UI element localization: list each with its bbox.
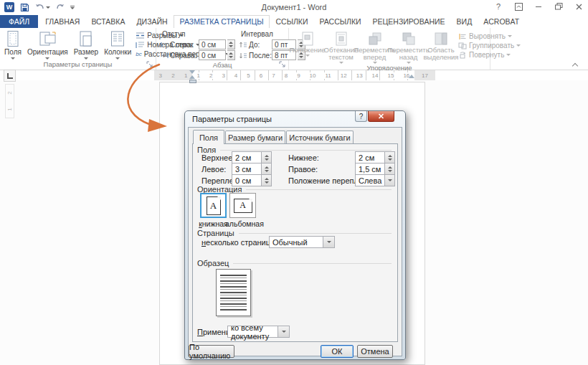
ribbon: Поля Ориентация Размер Колонки xyxy=(0,28,588,70)
right-indent-marker[interactable] xyxy=(409,75,414,78)
dialog-client-area: Поля Размер бумаги Источник бумаги Поля … xyxy=(188,127,402,356)
cancel-button[interactable]: Отмена xyxy=(357,345,393,358)
align-icon xyxy=(458,33,467,40)
dropdown-arrow-icon[interactable] xyxy=(278,326,290,338)
indent-left-input[interactable]: 0 см xyxy=(199,39,226,49)
bottom-margin-field: 2 см xyxy=(355,151,395,163)
minimize-button[interactable] xyxy=(534,2,544,11)
page-setup-dialog: Параметры страницы ? Поля Размер бумаги … xyxy=(184,110,406,360)
orientation-button[interactable]: Ориентация xyxy=(24,29,71,60)
horizontal-ruler[interactable]: 321 12345678910111213141516 17 xyxy=(154,70,435,80)
position-icon xyxy=(300,31,316,47)
columns-button[interactable]: Колонки xyxy=(101,29,134,60)
ruler-number: 14 xyxy=(371,72,379,79)
dialog-tab-margins[interactable]: Поля xyxy=(193,130,224,144)
margins-button[interactable]: Поля xyxy=(1,29,24,60)
left-indent-marker[interactable] xyxy=(189,80,196,83)
ruler-number: 3 xyxy=(221,72,225,79)
hyphenation-icon: bc xyxy=(136,51,141,57)
apply-to-dropdown[interactable]: ко всему документу xyxy=(227,326,290,338)
indent-left-spinner[interactable] xyxy=(227,39,235,49)
dialog-tab-paper-source[interactable]: Источник бумаги xyxy=(286,131,354,143)
orientation-portrait-button[interactable]: A xyxy=(200,193,227,218)
ruler-number: 15 xyxy=(387,72,395,79)
right-margin-spinner[interactable] xyxy=(385,163,395,175)
right-margin-field: 1,5 см xyxy=(355,163,395,175)
send-backward-icon xyxy=(401,31,417,47)
top-margin-spinner[interactable] xyxy=(262,151,272,163)
bottom-margin-spinner[interactable] xyxy=(385,151,395,163)
ribbon-display-options-button[interactable] xyxy=(513,2,523,11)
top-margin-input[interactable]: 2 см xyxy=(232,151,262,163)
preview-caption: Образец xyxy=(197,259,392,267)
send-backward-button[interactable]: Переместить назад xyxy=(392,29,425,64)
left-margin-spinner[interactable] xyxy=(262,163,272,175)
selection-pane-button[interactable]: Область выделения xyxy=(425,29,457,61)
group-paragraph: Отступ Слева: 0 см Справа: 0 см Интервал xyxy=(156,28,289,70)
close-icon xyxy=(378,113,384,119)
orientation-landscape-button[interactable]: A xyxy=(229,193,256,218)
tab-mailings[interactable]: РАССЫЛКИ xyxy=(314,16,367,28)
collapse-ribbon-icon[interactable] xyxy=(573,63,578,66)
indent-left-icon xyxy=(161,42,169,48)
right-margin-input[interactable]: 1,5 см xyxy=(355,163,385,175)
left-margin-input[interactable]: 3 см xyxy=(232,163,262,175)
ruler-number: 12 xyxy=(340,72,348,79)
tab-view[interactable]: ВИД xyxy=(451,16,478,28)
bottom-margin-input[interactable]: 2 см xyxy=(355,151,385,163)
apply-to-value: ко всему документу xyxy=(227,326,278,338)
tab-file[interactable]: ФАЙЛ xyxy=(0,15,38,28)
page-setup-dialog-launcher[interactable] xyxy=(146,61,154,69)
indent-right-input[interactable]: 0 см xyxy=(199,50,226,60)
tab-insert[interactable]: ВСТАВКА xyxy=(85,16,131,28)
ruler-number: 7 xyxy=(271,72,275,79)
tab-design[interactable]: ДИЗАЙН xyxy=(131,16,173,28)
multiple-pages-value: Обычный xyxy=(269,236,323,248)
ok-button[interactable]: ОК xyxy=(321,345,354,358)
set-as-default-button[interactable]: По умолчанию xyxy=(189,345,234,358)
left-margin-field: 3 см xyxy=(232,163,272,175)
top-margin-field: 2 см xyxy=(232,151,272,163)
indent-right-row: Справа: 0 см xyxy=(161,50,235,60)
dialog-help-button[interactable]: ? xyxy=(355,111,367,122)
rotate-icon xyxy=(458,52,467,59)
indent-right-icon xyxy=(161,52,169,59)
wrap-text-button[interactable]: Обтекание текстом xyxy=(324,29,358,64)
columns-icon xyxy=(109,30,126,47)
top-margin-label: Верхнее: xyxy=(201,153,234,162)
indent-left-row: Слева: 0 см xyxy=(161,39,235,49)
tab-stop-selector[interactable] xyxy=(4,70,16,82)
position-button[interactable]: Положение xyxy=(290,29,324,57)
group-page-setup: Поля Ориентация Размер Колонки xyxy=(0,28,156,70)
dialog-tab-paper-size[interactable]: Размер бумаги xyxy=(225,131,285,143)
ruler-number: 9 xyxy=(296,72,300,79)
help-button[interactable]: ? xyxy=(493,2,503,11)
paragraph-dialog-launcher[interactable] xyxy=(279,61,287,69)
line-numbers-icon xyxy=(136,41,145,49)
ruler-left-zone: 321 xyxy=(154,70,192,80)
tab-review[interactable]: РЕЦЕНЗИРОВАНИЕ xyxy=(367,16,451,28)
ruler-number: 6 xyxy=(259,72,263,79)
hanging-indent-marker[interactable] xyxy=(189,75,195,79)
multiple-pages-dropdown[interactable]: Обычный xyxy=(269,236,335,248)
ribbon-spacer xyxy=(490,28,588,70)
bottom-margin-label: Нижнее: xyxy=(288,153,319,162)
tab-acrobat[interactable]: ACROBAT xyxy=(478,16,525,28)
indent-right-spinner[interactable] xyxy=(227,50,235,60)
indent-header: Отступ xyxy=(162,30,235,38)
first-line-indent-marker[interactable] xyxy=(189,70,195,74)
dialog-close-button[interactable] xyxy=(368,111,394,122)
ruler-number: 2 xyxy=(171,72,175,79)
tab-page-layout[interactable]: РАЗМЕТКА СТРАНИЦЫ xyxy=(174,15,270,29)
tab-references[interactable]: ССЫЛКИ xyxy=(270,16,313,28)
landscape-page-icon: A xyxy=(234,199,252,213)
dropdown-arrow-icon[interactable] xyxy=(323,236,335,248)
size-button[interactable]: Размер xyxy=(71,29,101,60)
dialog-title: Параметры страницы xyxy=(192,115,272,123)
bring-forward-icon xyxy=(367,31,383,47)
bring-forward-button[interactable]: Переместить вперед xyxy=(358,29,392,64)
restore-button[interactable] xyxy=(554,2,564,11)
tab-home[interactable]: ГЛАВНАЯ xyxy=(39,16,85,28)
close-button[interactable] xyxy=(574,2,584,11)
ruler-number: 1 xyxy=(196,72,201,79)
